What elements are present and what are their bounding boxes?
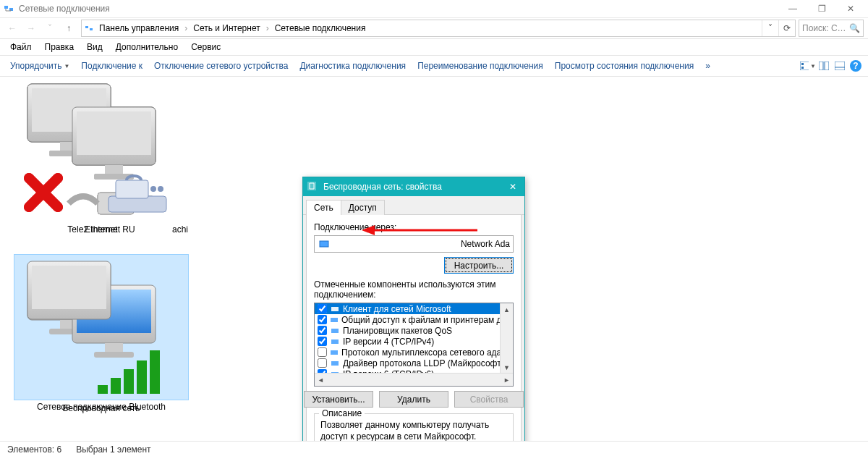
svg-point-48 bbox=[158, 186, 163, 192]
component-row[interactable]: Драйвер протокола LLDP (Майкрософт) bbox=[315, 358, 513, 368]
svg-rect-6 bbox=[801, 67, 804, 69]
tab-network[interactable]: Сеть bbox=[306, 200, 341, 215]
dialog-title: Беспроводная сеть: свойства bbox=[323, 182, 442, 192]
address-bar[interactable]: Панель управления › Сеть и Интернет › Се… bbox=[81, 20, 796, 37]
description-legend: Описание bbox=[319, 408, 365, 418]
menu-extra[interactable]: Дополнительно bbox=[111, 41, 182, 54]
svg-rect-66 bbox=[331, 307, 339, 311]
nav-back-button[interactable]: ← bbox=[3, 19, 22, 38]
window-close-button[interactable]: ✕ bbox=[836, 0, 865, 17]
svg-rect-7 bbox=[819, 62, 823, 70]
breadcrumb-mid[interactable]: Сеть и Интернет bbox=[190, 23, 263, 33]
breadcrumb-leaf[interactable]: Сетевые подключения bbox=[272, 23, 369, 33]
properties-dialog: Беспроводная сеть: свойства ✕ Сеть Досту… bbox=[302, 177, 525, 441]
description-groupbox: Описание Позволяет данному компьютеру по… bbox=[314, 413, 514, 441]
toolbar-overflow[interactable]: » bbox=[699, 59, 716, 72]
status-selected-count: Выбран 1 элемент bbox=[76, 444, 150, 455]
component-checkbox[interactable] bbox=[318, 337, 327, 346]
toolbar-rename[interactable]: Переименование подключения bbox=[412, 59, 549, 72]
dialog-close-button[interactable]: ✕ bbox=[506, 182, 520, 192]
install-button[interactable]: Установить... bbox=[304, 391, 373, 408]
svg-rect-70 bbox=[331, 350, 338, 355]
toolbar-connect[interactable]: Подключение к bbox=[75, 59, 148, 72]
uninstall-button[interactable]: Удалить bbox=[379, 391, 448, 408]
toolbar-disable[interactable]: Отключение сетевого устройства bbox=[148, 59, 294, 72]
configure-button[interactable]: Настроить... bbox=[444, 257, 514, 274]
connect-via-label: Подключение через: bbox=[314, 222, 514, 232]
components-label: Отмеченные компоненты используются этим … bbox=[314, 279, 514, 300]
address-dropdown-button[interactable]: ˅ bbox=[762, 20, 778, 36]
component-icon bbox=[330, 359, 340, 368]
component-label: IP версии 4 (TCP/IPv4) bbox=[343, 337, 434, 347]
dialog-icon bbox=[307, 182, 319, 193]
svg-rect-68 bbox=[331, 329, 339, 333]
adapter-icon bbox=[318, 240, 331, 248]
search-input[interactable]: Поиск: С… 🔍 bbox=[799, 20, 864, 37]
component-checkbox[interactable] bbox=[318, 304, 327, 313]
breadcrumb-sep: › bbox=[182, 23, 190, 33]
component-checkbox[interactable] bbox=[318, 358, 327, 368]
breadcrumb-root[interactable]: Панель управления bbox=[96, 23, 182, 33]
component-row[interactable]: Общий доступ к файлам и принтерам для се… bbox=[315, 314, 513, 325]
component-checkbox[interactable] bbox=[318, 315, 327, 324]
connection-bluetooth[interactable]: Сетевое подключение Bluetooth bbox=[0, 254, 203, 412]
address-refresh-button[interactable]: ⟳ bbox=[778, 20, 795, 36]
hscrollbar[interactable]: ◄ ► bbox=[315, 373, 513, 386]
nav-up-button[interactable]: ↑ bbox=[59, 19, 78, 38]
nav-history-dropdown[interactable]: ˅ bbox=[41, 19, 59, 38]
component-checkbox[interactable] bbox=[318, 347, 327, 357]
svg-rect-69 bbox=[331, 339, 339, 344]
component-row[interactable]: Протокол мультиплексора сетевого адаптер… bbox=[315, 347, 513, 358]
window-maximize-button[interactable]: ❐ bbox=[807, 0, 836, 17]
dialog-titlebar[interactable]: Беспроводная сеть: свойства ✕ bbox=[303, 177, 524, 196]
svg-rect-8 bbox=[825, 62, 829, 70]
properties-button[interactable]: Свойства bbox=[454, 391, 524, 408]
connection-label: Tele2 Internet RU bbox=[0, 224, 203, 235]
modem-icon bbox=[109, 176, 166, 212]
toolbar-help-button[interactable]: ? bbox=[848, 59, 864, 73]
svg-rect-5 bbox=[801, 63, 804, 65]
svg-point-47 bbox=[150, 186, 156, 192]
svg-rect-63 bbox=[32, 266, 106, 309]
search-icon: 🔍 bbox=[849, 23, 860, 33]
component-icon bbox=[330, 348, 339, 357]
toolbar-preview-icon[interactable] bbox=[816, 59, 832, 73]
menu-view[interactable]: Вид bbox=[82, 41, 107, 54]
toolbar-view-icon[interactable]: ▼ bbox=[800, 59, 816, 73]
scroll-up-button[interactable]: ▲ bbox=[501, 303, 513, 316]
connection-tele2[interactable]: Tele2 Internet RU bbox=[0, 77, 203, 235]
description-text: Позволяет данному компьютеру получать до… bbox=[320, 420, 507, 441]
tab-access[interactable]: Доступ bbox=[341, 200, 385, 215]
svg-rect-71 bbox=[331, 361, 339, 366]
scroll-down-button[interactable]: ▼ bbox=[501, 361, 513, 374]
monitor-pair-icon bbox=[14, 254, 188, 399]
search-placeholder: Поиск: С… bbox=[802, 23, 846, 33]
toolbar-status[interactable]: Просмотр состояния подключения bbox=[549, 59, 699, 72]
svg-rect-4 bbox=[800, 62, 809, 70]
navbar: ← → ˅ ↑ Панель управления › Сеть и Интер… bbox=[0, 18, 868, 39]
toolbar-details-icon[interactable] bbox=[832, 59, 848, 73]
command-toolbar: Упорядочить▼ Подключение к Отключение се… bbox=[0, 55, 868, 77]
toolbar-diagnose[interactable]: Диагностика подключения bbox=[294, 59, 412, 72]
content-area: Ethernet achi bbox=[0, 77, 868, 441]
menu-service[interactable]: Сервис bbox=[187, 41, 225, 54]
app-icon bbox=[3, 3, 14, 14]
component-icon bbox=[330, 305, 340, 313]
vscrollbar[interactable]: ▲ ▼ bbox=[500, 303, 513, 374]
menu-file[interactable]: Файл bbox=[6, 41, 36, 54]
component-row[interactable]: IP версии 4 (TCP/IPv4) bbox=[315, 336, 513, 347]
component-checkbox[interactable] bbox=[318, 326, 327, 335]
menu-edit[interactable]: Правка bbox=[41, 41, 79, 54]
address-icon bbox=[82, 23, 96, 33]
component-row[interactable]: Планировщик пакетов QoS bbox=[315, 325, 513, 336]
window-minimize-button[interactable]: — bbox=[778, 0, 807, 17]
menubar: Файл Правка Вид Дополнительно Сервис bbox=[0, 39, 868, 55]
nav-forward-button[interactable]: → bbox=[22, 19, 41, 38]
toolbar-organize[interactable]: Упорядочить▼ bbox=[4, 59, 75, 72]
scroll-left-button[interactable]: ◄ bbox=[315, 374, 327, 386]
svg-rect-43 bbox=[105, 165, 123, 174]
component-row[interactable]: Клиент для сетей Microsoft bbox=[315, 303, 513, 314]
components-listbox[interactable]: Клиент для сетей MicrosoftОбщий доступ к… bbox=[314, 303, 514, 387]
svg-rect-65 bbox=[320, 241, 328, 247]
scroll-right-button[interactable]: ► bbox=[501, 374, 513, 386]
